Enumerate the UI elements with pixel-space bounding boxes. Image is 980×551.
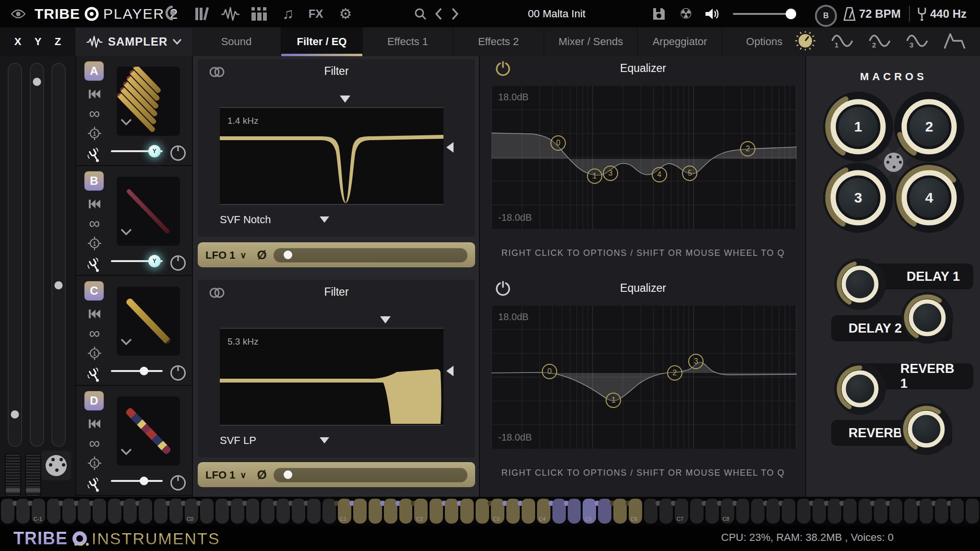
voice-group-icon[interactable]: 1 (86, 345, 103, 361)
skip-back-icon[interactable] (86, 86, 103, 102)
loop-icon[interactable]: ∞ (86, 435, 103, 451)
lfo-1-icon[interactable]: 1 (830, 31, 855, 52)
key[interactable] (782, 499, 795, 524)
skip-back-icon[interactable] (86, 416, 103, 432)
skip-back-icon[interactable] (86, 306, 103, 322)
bypass-knob[interactable]: B (815, 5, 837, 27)
music-note-icon[interactable]: ♫ (277, 0, 299, 27)
key[interactable] (950, 499, 964, 524)
lfo-phase-invert-icon[interactable]: Ø (257, 467, 267, 482)
waveform-icon[interactable] (219, 0, 242, 27)
speaker-icon[interactable] (702, 0, 724, 27)
lfo-amount-knob[interactable] (284, 251, 292, 259)
tuning-fork-icon[interactable] (86, 257, 103, 274)
eq-band-node[interactable]: 3 (603, 166, 618, 181)
sequencer-icon[interactable] (248, 0, 271, 27)
key[interactable] (445, 499, 458, 524)
key[interactable] (966, 499, 979, 524)
tab-sound[interactable]: Sound (192, 27, 281, 56)
slot-pan-dial[interactable] (170, 365, 186, 381)
lfo-2-icon[interactable]: 2 (868, 31, 893, 52)
bpm-value[interactable]: 72 BPM (859, 0, 909, 27)
target-icon[interactable] (162, 0, 183, 27)
macro-knob-4[interactable]: 4 (893, 162, 965, 234)
eq-band-node[interactable]: 2 (740, 141, 755, 156)
resonance-marker[interactable] (446, 142, 454, 153)
cutoff-marker[interactable] (380, 316, 391, 323)
lfo-amount-slider[interactable] (274, 468, 467, 482)
key[interactable] (292, 499, 305, 524)
key[interactable] (476, 499, 489, 524)
tab-arpeggiator[interactable]: Arpeggiator (638, 27, 722, 56)
search-icon[interactable] (411, 0, 430, 27)
loop-icon[interactable]: ∞ (86, 215, 103, 231)
eye-icon[interactable] (9, 0, 28, 27)
lfo-phase-invert-icon[interactable]: Ø (257, 248, 267, 263)
key[interactable] (935, 499, 948, 524)
eq-band-node[interactable]: 1 (587, 168, 602, 184)
filter-response-plot[interactable]: 5.3 kHz (220, 328, 443, 426)
slot-volume-knob[interactable] (140, 477, 148, 485)
key[interactable]: C6 (629, 499, 642, 524)
slot-letter-badge[interactable]: B (84, 171, 104, 191)
cutoff-marker[interactable] (340, 96, 350, 103)
lfo-chevron-down-icon[interactable]: ∨ (240, 250, 246, 261)
macro-knob-2[interactable]: 2 (893, 91, 965, 163)
key[interactable] (522, 499, 535, 524)
slot-volume-slider[interactable]: Y (111, 150, 163, 152)
eq-band-node[interactable]: 5 (682, 166, 697, 181)
mod-knob-icon[interactable] (793, 31, 818, 52)
tuning-fork-icon[interactable] (86, 477, 103, 493)
slot-volume-knob[interactable]: Y (148, 145, 161, 157)
lfo-3-icon[interactable]: 3 (905, 31, 930, 52)
key[interactable] (276, 499, 290, 524)
envelope-icon[interactable] (943, 31, 968, 52)
prev-preset-button[interactable] (431, 0, 446, 27)
key[interactable]: C2 (414, 499, 428, 524)
master-volume-slider[interactable] (733, 13, 795, 15)
radiation-icon[interactable]: ☢ (676, 0, 696, 27)
slot-letter-badge[interactable]: C (84, 281, 104, 301)
filter-type-selector[interactable]: SVF LP (220, 432, 256, 449)
send-knob-reverb-2[interactable] (900, 403, 953, 455)
tab-mixer-sends[interactable]: Mixer / Sends (544, 27, 638, 56)
resonance-marker[interactable] (446, 366, 454, 376)
thumbnail-chevron-icon[interactable] (120, 228, 132, 238)
eq-band-node[interactable]: 2 (667, 365, 682, 381)
key[interactable] (200, 499, 214, 524)
filter-response-plot[interactable]: 1.4 kHz (220, 107, 443, 205)
key[interactable] (93, 499, 106, 524)
xyz-slider-handle-x[interactable] (11, 410, 19, 419)
thumbnail-chevron-icon[interactable] (120, 119, 132, 128)
key[interactable] (139, 499, 152, 524)
preset-name[interactable]: 00 Malta Init (485, 0, 629, 27)
eq-band-node[interactable]: 3 (688, 354, 704, 369)
xyz-slider-handle-y[interactable] (33, 78, 41, 86)
send-knob-delay-2[interactable] (901, 291, 954, 344)
filter-type-dropdown-icon[interactable] (320, 437, 329, 443)
eq-band-node[interactable]: 0 (542, 364, 557, 379)
macro-knob-3[interactable]: 3 (822, 162, 894, 234)
loop-icon[interactable]: ∞ (86, 105, 103, 121)
filter-type-selector[interactable]: SVF Notch (220, 212, 271, 228)
send-knob-delay-1[interactable] (834, 258, 886, 311)
slot-volume-slider[interactable]: Y (111, 260, 163, 262)
slot-volume-slider[interactable] (111, 480, 163, 482)
thumbnail-chevron-icon[interactable] (120, 448, 132, 457)
key[interactable] (568, 499, 581, 524)
tuning-value[interactable]: 440 Hz (930, 0, 978, 27)
key[interactable] (843, 499, 857, 524)
key[interactable] (123, 499, 137, 524)
slot-volume-slider[interactable] (111, 370, 163, 372)
loop-icon[interactable]: ∞ (86, 325, 103, 341)
lfo-amount-slider[interactable] (274, 248, 467, 263)
slot-volume-knob[interactable]: Y (148, 255, 161, 267)
pitch-wheel[interactable] (5, 454, 21, 497)
thumbnail-chevron-icon[interactable] (120, 338, 132, 347)
macro-knob-1[interactable]: 1 (822, 91, 894, 163)
equalizer-plot[interactable]: 18.0dB-18.0dB013452 (491, 86, 797, 229)
key[interactable] (736, 499, 750, 524)
voice-group-icon[interactable]: 1 (86, 455, 103, 471)
key[interactable]: C-1 (32, 499, 45, 524)
key[interactable]: C7 (675, 499, 688, 524)
